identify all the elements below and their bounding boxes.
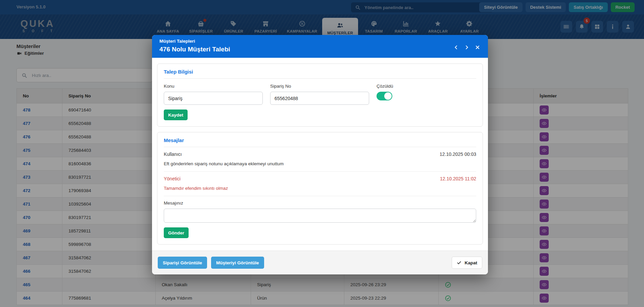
prev-request-icon[interactable] — [454, 45, 458, 50]
subject-field: Konu — [164, 84, 263, 105]
close-button[interactable]: Kapat — [452, 257, 482, 269]
order-no-label: Sipariş No — [270, 84, 369, 89]
message: Yönetici12.10.2025 11:02Tamamdır efendim… — [164, 172, 476, 196]
send-button[interactable]: Gönder — [164, 227, 189, 238]
message-input[interactable] — [164, 209, 476, 223]
save-button[interactable]: Kaydet — [164, 109, 188, 120]
request-fields: Konu Sipariş No Çözüldü — [164, 84, 476, 105]
check-icon — [457, 260, 461, 265]
messages-card: Mesajlar Kullanıcı12.10.2025 00:03Eft gö… — [157, 132, 483, 245]
close-button-label: Kapat — [464, 260, 477, 265]
message-author: Yönetici — [164, 176, 181, 181]
modal-title: Müşteri Talepleri — [159, 39, 481, 44]
request-info-card: Talep Bilgisi Konu Sipariş No Çözüldü — [157, 63, 483, 127]
order-no-field: Sipariş No — [270, 84, 369, 105]
next-request-icon[interactable] — [464, 45, 469, 50]
message-input-label: Mesajınız — [164, 201, 476, 206]
view-customer-button[interactable]: Müşteriyi Görüntüle — [211, 257, 264, 269]
message-author: Kullanıcı — [164, 151, 182, 157]
modal-body: Talep Bilgisi Konu Sipariş No Çözüldü — [152, 58, 488, 251]
modal-subtitle: 476 Nolu Müşteri Talebi — [159, 46, 481, 53]
subject-label: Konu — [164, 84, 263, 89]
view-order-button[interactable]: Siparişi Görüntüle — [158, 257, 207, 269]
resolved-toggle[interactable] — [377, 92, 392, 100]
messages-heading: Mesajlar — [164, 137, 476, 147]
messages-list: Kullanıcı12.10.2025 00:03Eft gönderirlen… — [164, 147, 476, 196]
modal-footer: Siparişi Görüntüle Müşteriyi Görüntüle K… — [152, 251, 488, 274]
message-text: Eft gönderirlen sipariş notunu açıklamay… — [164, 161, 476, 166]
message-time: 12.10.2025 11:02 — [440, 176, 476, 181]
app: Versiyon 5.1.0 Siteyi GörüntüleDestek Si… — [0, 0, 644, 307]
resolved-field: Çözüldü — [377, 84, 476, 105]
resolved-label: Çözüldü — [377, 84, 476, 89]
modal-header: Müşteri Talepleri 476 Nolu Müşteri Taleb… — [152, 35, 488, 58]
customer-request-modal: Müşteri Talepleri 476 Nolu Müşteri Taleb… — [152, 35, 488, 274]
request-info-heading: Talep Bilgisi — [164, 69, 476, 79]
message: Kullanıcı12.10.2025 00:03Eft gönderirlen… — [164, 147, 476, 172]
message-time: 12.10.2025 00:03 — [440, 151, 476, 157]
toggle-knob — [384, 92, 392, 100]
order-no-input[interactable] — [270, 92, 369, 105]
close-icon[interactable] — [475, 45, 480, 50]
message-text: Tamamdır efendim sıkıntı olmaz — [164, 186, 476, 191]
modal-controls — [454, 45, 480, 50]
subject-input[interactable] — [164, 92, 263, 105]
